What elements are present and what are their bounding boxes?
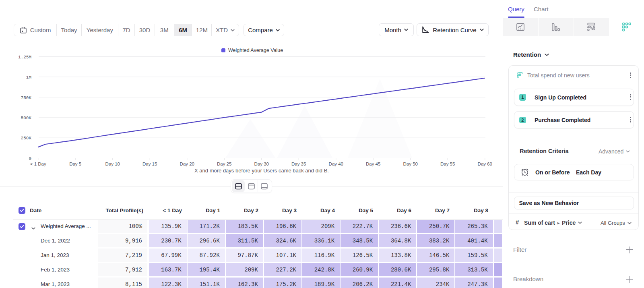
svg-text:Day 50: Day 50 bbox=[403, 162, 418, 166]
svg-text:500K: 500K bbox=[21, 116, 32, 120]
svg-text:Day 25: Day 25 bbox=[217, 162, 231, 166]
svg-text:Day 45: Day 45 bbox=[366, 162, 380, 166]
svg-text:1.25M: 1.25M bbox=[18, 55, 31, 60]
svg-text:0: 0 bbox=[29, 156, 31, 161]
svg-text:Day 30: Day 30 bbox=[254, 162, 269, 166]
svg-text:Day 20: Day 20 bbox=[180, 162, 194, 166]
svg-text:Day 35: Day 35 bbox=[291, 162, 306, 166]
svg-text:250K: 250K bbox=[21, 136, 32, 141]
svg-text:1M: 1M bbox=[26, 75, 31, 80]
svg-text:Day 40: Day 40 bbox=[329, 162, 343, 166]
svg-text:750K: 750K bbox=[21, 95, 32, 100]
svg-text:Day 5: Day 5 bbox=[69, 162, 81, 166]
svg-text:< 1 Day: < 1 Day bbox=[30, 162, 46, 166]
svg-text:Day 10: Day 10 bbox=[105, 162, 120, 166]
svg-text:Day 15: Day 15 bbox=[142, 162, 157, 166]
svg-text:Day 55: Day 55 bbox=[440, 162, 455, 166]
svg-text:Day 60: Day 60 bbox=[478, 162, 492, 166]
